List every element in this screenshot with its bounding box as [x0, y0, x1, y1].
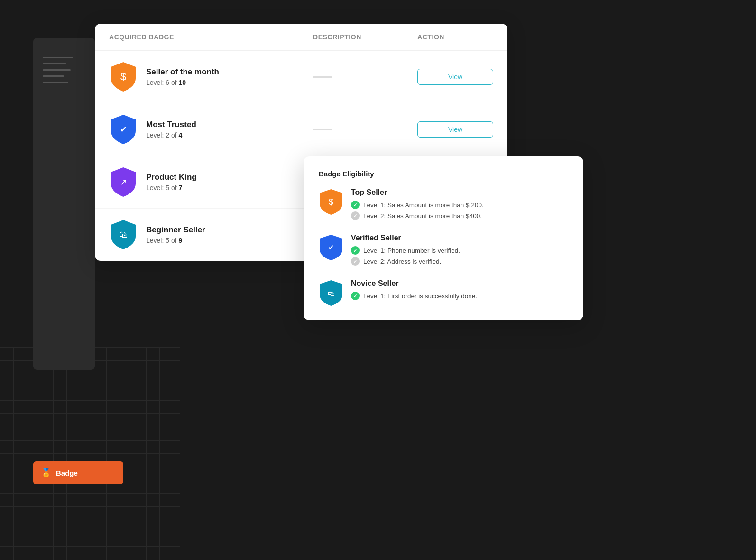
seller-month-icon: $ — [120, 71, 126, 83]
eligibility-row-verified-seller: ✔ Verified Seller ✓ Level 1: Phone numbe… — [319, 234, 568, 268]
eligibility-title: Badge Eligibility — [319, 170, 568, 178]
eligibility-row-novice-seller: 🛍 Novice Seller ✓ Level 1: First order i… — [319, 279, 568, 307]
header-badge: Acquired Badge — [109, 33, 313, 41]
seller-month-name: Seller of the month — [146, 67, 219, 77]
eligibility-panel: Badge Eligibility $ Top Seller ✓ Level 1… — [304, 156, 583, 320]
most-trusted-icon: ✔ — [120, 124, 127, 135]
beginner-seller-text: Beginner Seller Level: 5 of 9 — [146, 225, 205, 244]
check-gray-icon: ✓ — [351, 211, 360, 220]
top-seller-level-2-text: Level 2: Sales Amount is more than $400. — [363, 212, 482, 220]
verified-seller-icon: ✔ — [328, 243, 334, 252]
beginner-seller-level: Level: 5 of 9 — [146, 237, 205, 244]
verified-seller-level-1-text: Level 1: Phone number is verified. — [363, 247, 460, 254]
top-seller-level-1-text: Level 1: Sales Amount is more than $ 200… — [363, 202, 484, 209]
eligibility-shield-orange: $ — [319, 188, 343, 216]
top-seller-icon: $ — [329, 197, 333, 207]
product-king-name: Product King — [146, 173, 197, 182]
eligibility-shield-teal: 🛍 — [319, 279, 343, 307]
badge-shield-teal: 🛍 — [109, 219, 138, 250]
table-row: ✔ Most Trusted Level: 2 of 4 View — [95, 103, 507, 156]
product-king-text: Product King Level: 5 of 7 — [146, 173, 197, 192]
sidebar-line-3 — [43, 69, 71, 71]
badge-info-most-trusted: ✔ Most Trusted Level: 2 of 4 — [109, 114, 313, 145]
sidebar — [33, 38, 95, 370]
sidebar-badge-label: Badge — [56, 469, 78, 477]
most-trusted-description — [313, 129, 417, 130]
table-header: Acquired Badge Description Action — [95, 24, 507, 51]
sidebar-line-5 — [43, 82, 68, 83]
seller-month-view-btn[interactable]: View — [417, 69, 493, 85]
badge-info-product-king: ↗ Product King Level: 5 of 7 — [109, 166, 313, 198]
novice-seller-name: Novice Seller — [351, 279, 568, 288]
eligibility-shield-blue: ✔ — [319, 234, 343, 261]
most-trusted-level: Level: 2 of 4 — [146, 131, 196, 139]
badge-shield-orange: $ — [109, 61, 138, 92]
badge-shield-blue: ✔ — [109, 114, 138, 145]
badge-nav-icon: 🏅 — [41, 468, 51, 478]
header-description: Description — [313, 33, 417, 41]
sidebar-menu-lines — [43, 52, 85, 83]
seller-month-text: Seller of the month Level: 6 of 10 — [146, 67, 219, 86]
table-row: $ Seller of the month Level: 6 of 10 Vie… — [95, 51, 507, 103]
top-seller-level-1: ✓ Level 1: Sales Amount is more than $ 2… — [351, 201, 568, 209]
badge-info-seller-month: $ Seller of the month Level: 6 of 10 — [109, 61, 313, 92]
background-grid — [0, 347, 180, 560]
check-green-icon-2: ✓ — [351, 246, 360, 255]
beginner-seller-name: Beginner Seller — [146, 225, 205, 235]
badge-info-beginner-seller: 🛍 Beginner Seller Level: 5 of 9 — [109, 219, 313, 250]
most-trusted-text: Most Trusted Level: 2 of 4 — [146, 120, 196, 139]
header-action: Action — [417, 33, 493, 41]
check-green-icon: ✓ — [351, 201, 360, 209]
product-king-icon: ↗ — [120, 177, 127, 187]
badge-shield-purple: ↗ — [109, 166, 138, 198]
seller-month-description — [313, 76, 417, 78]
check-green-icon-3: ✓ — [351, 292, 360, 300]
beginner-seller-icon: 🛍 — [119, 230, 128, 240]
novice-seller-info: Novice Seller ✓ Level 1: First order is … — [351, 279, 568, 303]
novice-seller-level-1: ✓ Level 1: First order is successfully d… — [351, 292, 568, 300]
sidebar-line-2 — [43, 63, 66, 64]
most-trusted-view-btn[interactable]: View — [417, 121, 493, 138]
verified-seller-name: Verified Seller — [351, 234, 568, 242]
top-seller-name: Top Seller — [351, 188, 568, 197]
sidebar-line-1 — [43, 57, 73, 58]
verified-seller-info: Verified Seller ✓ Level 1: Phone number … — [351, 234, 568, 268]
check-gray-icon-2: ✓ — [351, 257, 360, 266]
top-seller-level-2: ✓ Level 2: Sales Amount is more than $40… — [351, 211, 568, 220]
most-trusted-name: Most Trusted — [146, 120, 196, 129]
sidebar-line-4 — [43, 75, 64, 77]
verified-seller-level-1: ✓ Level 1: Phone number is verified. — [351, 246, 568, 255]
novice-seller-icon: 🛍 — [328, 289, 335, 297]
novice-seller-level-1-text: Level 1: First order is successfully don… — [363, 293, 477, 300]
product-king-level: Level: 5 of 7 — [146, 184, 197, 192]
seller-month-level: Level: 6 of 10 — [146, 79, 219, 86]
top-seller-info: Top Seller ✓ Level 1: Sales Amount is mo… — [351, 188, 568, 222]
verified-seller-level-2: ✓ Level 2: Address is verified. — [351, 257, 568, 266]
sidebar-item-badge[interactable]: 🏅 Badge — [33, 461, 123, 484]
verified-seller-level-2-text: Level 2: Address is verified. — [363, 258, 441, 265]
eligibility-row-top-seller: $ Top Seller ✓ Level 1: Sales Amount is … — [319, 188, 568, 222]
